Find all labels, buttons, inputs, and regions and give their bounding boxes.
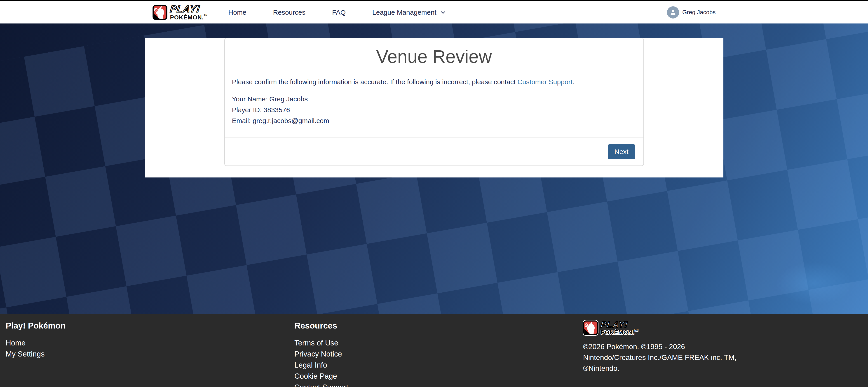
your-name-line: Your Name: Greg Jacobs: [232, 94, 636, 104]
footer-link-privacy-notice[interactable]: Privacy Notice: [294, 350, 342, 358]
logo-play-text: PLAY!: [600, 320, 639, 329]
next-button[interactable]: Next: [608, 144, 635, 159]
footer-link-my-settings[interactable]: My Settings: [6, 350, 44, 358]
user-menu[interactable]: Greg Jacobs: [667, 6, 715, 19]
footer-link-legal-info[interactable]: Legal Info: [294, 361, 327, 369]
user-avatar-icon: [667, 6, 679, 19]
logo-wordmark: PLAY! POKÉMON.TM: [601, 320, 638, 335]
logo-pokemon-text: POKÉMON.TM: [170, 14, 208, 20]
email-line: Email: greg.r.jacobs@gmail.com: [232, 116, 636, 126]
logo-tm: TM: [634, 329, 638, 332]
footer-column-play-pokemon: Play! Pokémon Home My Settings: [6, 320, 294, 387]
user-name: Greg Jacobs: [682, 9, 715, 16]
footer-link-cookie-page[interactable]: Cookie Page: [294, 372, 337, 380]
player-id-line: Player ID: 3833576: [232, 104, 636, 116]
nav-link-resources[interactable]: Resources: [273, 8, 305, 16]
footer-link-home[interactable]: Home: [6, 339, 26, 347]
copyright-text: ©2026 Pokémon. ©1995 - 2026 Nintendo/Cre…: [583, 341, 750, 374]
footer-heading-resources: Resources: [294, 321, 583, 330]
footer-link-contact-support[interactable]: Contact Support: [294, 383, 348, 387]
play-pokemon-logo[interactable]: PLAY! POKÉMON.TM: [153, 4, 208, 20]
footer-column-resources: Resources Terms of Use Privacy Notice Le…: [294, 320, 583, 387]
nav-link-home[interactable]: Home: [228, 8, 246, 16]
nav-dropdown-league-management[interactable]: League Management: [372, 8, 446, 16]
top-navigation: PLAY! POKÉMON.TM Home Resources FAQ Leag…: [0, 1, 868, 24]
person-icon: [669, 8, 677, 16]
page-title: Venue Review: [232, 47, 636, 66]
customer-support-link[interactable]: Customer Support: [517, 78, 572, 86]
logo-play-text: PLAY!: [169, 4, 208, 14]
footer-link-terms-of-use[interactable]: Terms of Use: [294, 339, 338, 347]
footer-play-pokemon-logo[interactable]: PLAY! POKÉMON.TM: [583, 320, 859, 335]
venue-review-card: Venue Review Please confirm the followin…: [224, 38, 644, 166]
primary-nav-links: Home Resources FAQ League Management: [228, 8, 446, 16]
logo-pokemon-text: POKÉMON.TM: [601, 329, 638, 335]
content-band: Venue Review Please confirm the followin…: [145, 38, 723, 178]
page-background: Venue Review Please confirm the followin…: [0, 24, 868, 314]
confirmation-instructions: Please confirm the following information…: [232, 76, 636, 87]
footer-column-brand: PLAY! POKÉMON.TM ©2026 Pokémon. ©1995 - …: [583, 320, 859, 387]
pikachu-emblem-icon: [153, 5, 167, 20]
footer-heading-play-pokemon: Play! Pokémon: [6, 321, 294, 330]
chevron-down-icon: [440, 9, 446, 15]
card-body: Venue Review Please confirm the followin…: [225, 38, 644, 137]
logo-tm: TM: [204, 14, 208, 17]
pikachu-emblem-icon: [583, 320, 598, 335]
logo-wordmark: PLAY! POKÉMON.TM: [170, 4, 208, 20]
card-footer: Next: [225, 137, 644, 165]
page-footer: Play! Pokémon Home My Settings Resources…: [0, 314, 868, 387]
nav-link-faq[interactable]: FAQ: [332, 8, 346, 16]
